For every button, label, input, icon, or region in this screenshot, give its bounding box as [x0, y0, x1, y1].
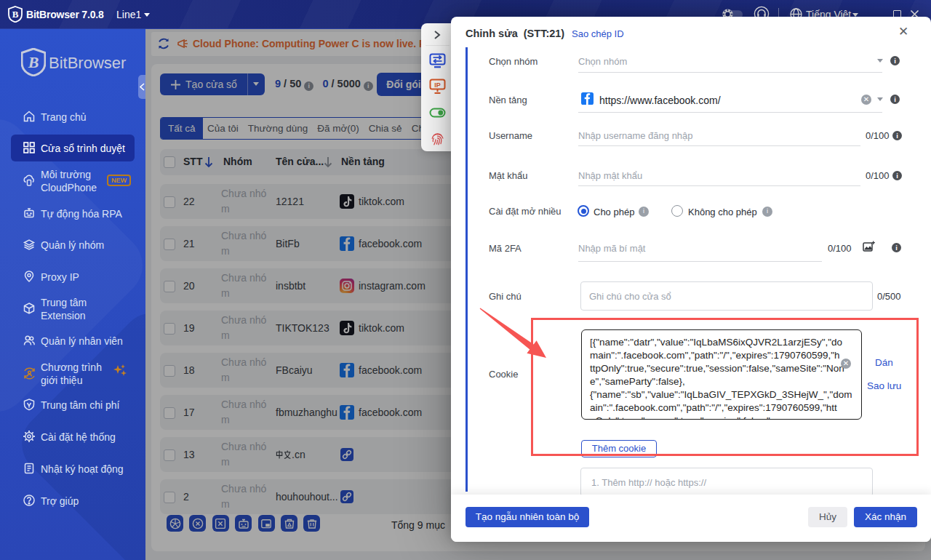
svg-text:IP: IP — [434, 81, 441, 89]
svg-text:B: B — [28, 53, 39, 71]
